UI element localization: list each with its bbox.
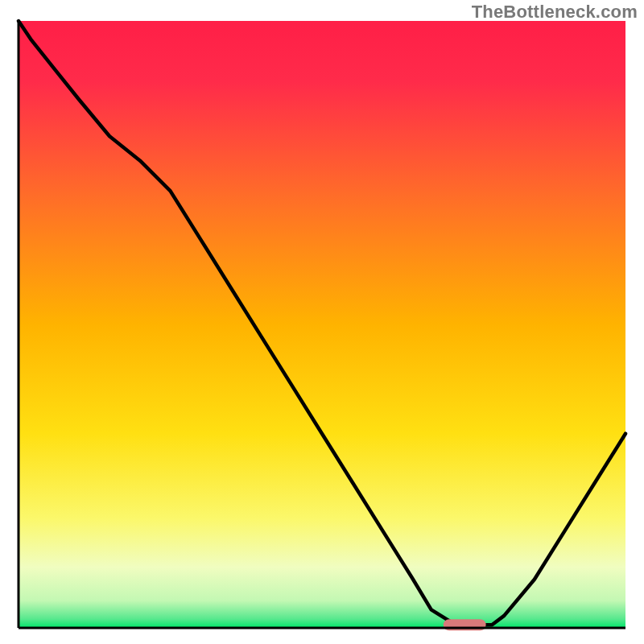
bottleneck-chart (0, 0, 644, 644)
watermark-text: TheBottleneck.com (472, 2, 638, 23)
plot-background (19, 21, 625, 628)
